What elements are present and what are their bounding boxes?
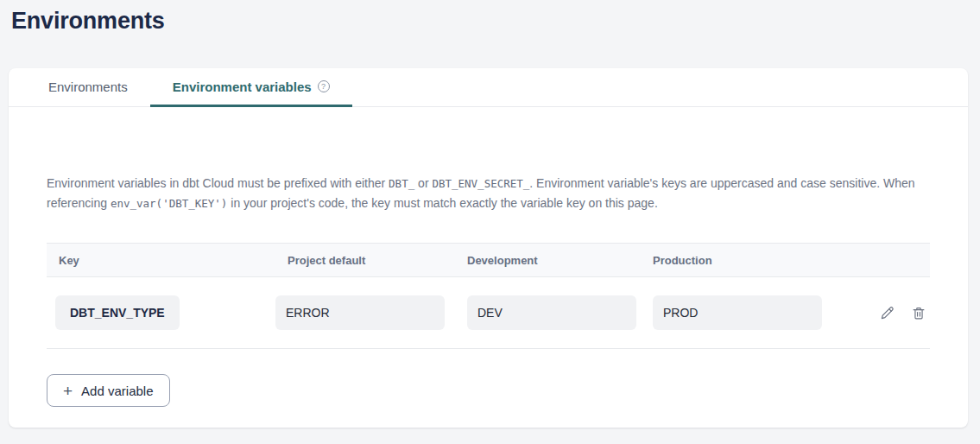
tab-environments-label: Environments bbox=[48, 79, 128, 94]
description-text: Environment variables in dbt Cloud must … bbox=[47, 176, 389, 190]
add-variable-button[interactable]: + Add variable bbox=[47, 374, 170, 407]
column-header-development: Development bbox=[467, 244, 653, 277]
column-header-project-default: Project default bbox=[275, 244, 467, 277]
page-title: Environments bbox=[11, 8, 980, 35]
description-text: or bbox=[414, 176, 432, 190]
help-icon[interactable]: ? bbox=[318, 80, 330, 92]
environments-card: Environments Environment variables ? Env… bbox=[9, 68, 968, 428]
pencil-icon bbox=[879, 305, 895, 321]
environment-variables-table: Key Project default Development Producti… bbox=[47, 243, 930, 349]
column-header-key: Key bbox=[47, 244, 275, 277]
trash-icon bbox=[911, 305, 926, 320]
plus-icon: + bbox=[63, 383, 73, 399]
table-row: DBT_ENV_TYPE ERROR DEV PROD bbox=[47, 277, 930, 349]
tab-panel-environment-variables: Environment variables in dbt Cloud must … bbox=[9, 174, 968, 407]
column-header-production: Production bbox=[653, 244, 869, 277]
column-header-actions bbox=[869, 244, 930, 277]
production-value-pill: PROD bbox=[653, 295, 822, 330]
code-dbt-env-secret-prefix: DBT_ENV_SECRET_ bbox=[432, 177, 529, 190]
project-default-value-pill: ERROR bbox=[275, 295, 445, 330]
tab-bar: Environments Environment variables ? bbox=[9, 68, 968, 107]
variable-key-pill: DBT_ENV_TYPE bbox=[55, 295, 180, 330]
delete-variable-button[interactable] bbox=[909, 303, 928, 322]
table-header-row: Key Project default Development Producti… bbox=[47, 244, 930, 277]
tab-environment-variables-label: Environment variables bbox=[173, 79, 312, 94]
tab-environment-variables[interactable]: Environment variables ? bbox=[150, 68, 352, 107]
code-dbt-prefix: DBT_ bbox=[389, 177, 414, 190]
development-value-pill: DEV bbox=[467, 295, 636, 330]
edit-variable-button[interactable] bbox=[877, 303, 897, 323]
tab-environments[interactable]: Environments bbox=[26, 68, 150, 107]
description-text: in your project's code, the key must mat… bbox=[227, 196, 657, 210]
add-variable-label: Add variable bbox=[81, 384, 153, 398]
description: Environment variables in dbt Cloud must … bbox=[47, 174, 930, 213]
code-env-var-example: env_var('DBT_KEY') bbox=[111, 197, 227, 210]
